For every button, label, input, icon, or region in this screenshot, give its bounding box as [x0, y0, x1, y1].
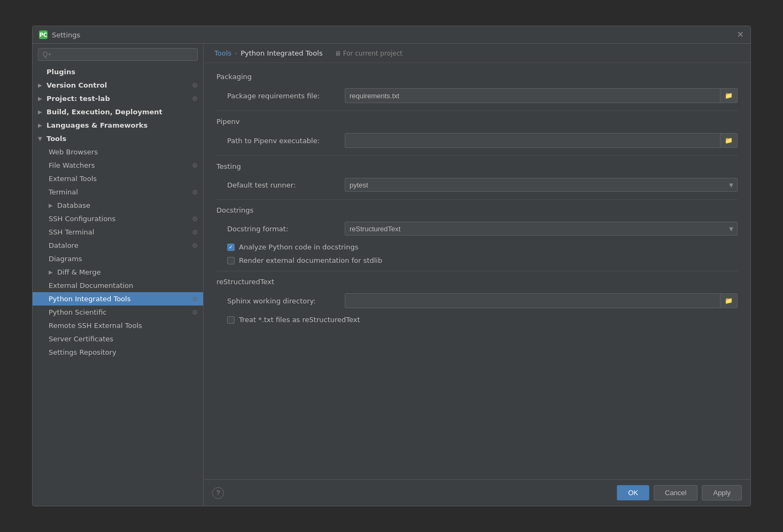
sidebar-label-remote-ssh-external-tools: Remote SSH External Tools	[49, 322, 142, 330]
sidebar-item-version-control[interactable]: ▶ Version Control ⚙	[33, 79, 203, 92]
expand-icon-version-control: ▶	[38, 82, 44, 88]
sidebar-item-datalore[interactable]: Datalore ⚙	[33, 239, 203, 252]
config-icon-python-integrated-tools: ⚙	[192, 295, 198, 303]
sidebar-item-tools[interactable]: ▼ Tools	[33, 132, 203, 145]
app-icon: PC	[39, 30, 48, 39]
expand-icon-build: ▶	[38, 109, 44, 115]
apply-button[interactable]: Apply	[702, 485, 742, 500]
breadcrumb-tools[interactable]: Tools	[214, 49, 231, 57]
expand-icon-tools: ▼	[38, 136, 44, 142]
docstring-format-label: Docstring format:	[227, 225, 345, 233]
sidebar-item-ssh-configurations[interactable]: SSH Configurations ⚙	[33, 212, 203, 225]
docstring-format-select[interactable]: reStructuredText NumPy Google Epydoc Pla…	[345, 222, 738, 236]
sidebar-item-external-documentation[interactable]: External Documentation	[33, 279, 203, 292]
close-button[interactable]: ✕	[737, 30, 744, 39]
sidebar-item-database[interactable]: ▶ Database	[33, 199, 203, 212]
settings-window: PC Settings ✕ Plugins ▶ Version Control …	[32, 26, 751, 506]
footer-left: ?	[212, 487, 224, 499]
for-project-label[interactable]: 🖥 For current project	[335, 50, 402, 57]
docstrings-title: Docstrings	[216, 206, 738, 214]
test-runner-select[interactable]: pytest unittest nose twisted.trial	[345, 178, 738, 192]
test-runner-label: Default test runner:	[227, 181, 345, 189]
pipenv-title: Pipenv	[216, 118, 738, 126]
titlebar: PC Settings ✕	[33, 26, 750, 44]
sidebar-label-diagrams: Diagrams	[49, 255, 82, 263]
sphinx-working-dir-browse-btn[interactable]: 📁	[720, 294, 737, 308]
sidebar-item-remote-ssh-external-tools[interactable]: Remote SSH External Tools	[33, 319, 203, 332]
package-requirements-label: Package requirements file:	[227, 92, 345, 100]
config-icon-project: ⚙	[192, 95, 198, 103]
expand-icon-diff-merge: ▶	[49, 269, 55, 275]
test-runner-select-wrap: pytest unittest nose twisted.trial ▼	[345, 178, 738, 192]
pipenv-executable-input[interactable]	[345, 135, 720, 147]
cancel-button[interactable]: Cancel	[654, 485, 697, 500]
settings-content: Packaging Package requirements file: 📁 P…	[204, 63, 750, 479]
config-icon-ssh-terminal: ⚙	[192, 229, 198, 236]
package-requirements-input[interactable]	[345, 90, 720, 102]
package-requirements-row: Package requirements file: 📁	[227, 88, 738, 103]
help-button[interactable]: ?	[212, 487, 224, 499]
sidebar-item-file-watchers[interactable]: File Watchers ⚙	[33, 159, 203, 172]
docstring-format-row: Docstring format: reStructuredText NumPy…	[227, 222, 738, 236]
sidebar-item-external-tools[interactable]: External Tools	[33, 172, 203, 185]
treat-txt-files-label[interactable]: Treat *.txt files as reStructuredText	[239, 316, 360, 324]
config-icon-terminal: ⚙	[192, 189, 198, 196]
sphinx-working-dir-label: Sphinx working directory:	[227, 297, 345, 305]
sidebar-item-terminal[interactable]: Terminal ⚙	[33, 185, 203, 199]
sidebar-item-diagrams[interactable]: Diagrams	[33, 252, 203, 265]
footer-right: OK Cancel Apply	[617, 485, 742, 500]
sidebar-item-plugins[interactable]: Plugins	[33, 65, 203, 79]
sidebar-label-external-documentation: External Documentation	[49, 281, 133, 290]
sidebar-item-languages[interactable]: ▶ Languages & Frameworks	[33, 119, 203, 132]
sidebar-item-web-browsers[interactable]: Web Browsers	[33, 145, 203, 159]
ok-button[interactable]: OK	[617, 485, 649, 500]
breadcrumb: Tools › Python Integrated Tools 🖥 For cu…	[204, 44, 750, 63]
expand-icon-project: ▶	[38, 96, 44, 101]
analyze-python-code-row: Analyze Python code in docstrings	[227, 243, 738, 251]
sidebar-item-build[interactable]: ▶ Build, Execution, Deployment	[33, 105, 203, 119]
pipenv-executable-label: Path to Pipenv executable:	[227, 137, 345, 145]
sidebar-label-version-control: Version Control	[46, 81, 107, 89]
config-icon-file-watchers: ⚙	[192, 162, 198, 169]
sidebar-label-terminal: Terminal	[49, 188, 78, 196]
pipenv-executable-browse-btn[interactable]: 📁	[720, 134, 737, 147]
sidebar-item-python-scientific[interactable]: Python Scientific ⚙	[33, 306, 203, 319]
sidebar-item-project[interactable]: ▶ Project: test-lab ⚙	[33, 92, 203, 105]
sidebar-label-project: Project: test-lab	[46, 95, 110, 103]
search-input[interactable]	[38, 48, 198, 61]
expand-icon-database: ▶	[49, 202, 55, 208]
sidebar-item-server-certificates[interactable]: Server Certificates	[33, 332, 203, 346]
sidebar-item-python-integrated-tools[interactable]: Python Integrated Tools ⚙	[33, 292, 203, 306]
render-external-docs-checkbox[interactable]	[227, 257, 235, 264]
sidebar-item-ssh-terminal[interactable]: SSH Terminal ⚙	[33, 225, 203, 239]
treat-txt-files-checkbox[interactable]	[227, 316, 235, 324]
package-requirements-browse-btn[interactable]: 📁	[720, 89, 737, 103]
sidebar-label-server-certificates: Server Certificates	[49, 335, 113, 343]
package-requirements-input-wrap: 📁	[345, 88, 738, 103]
test-runner-row: Default test runner: pytest unittest nos…	[227, 178, 738, 192]
analyze-python-code-checkbox[interactable]	[227, 244, 235, 251]
sidebar: Plugins ▶ Version Control ⚙ ▶ Project: t…	[33, 44, 204, 506]
docstring-format-select-wrap: reStructuredText NumPy Google Epydoc Pla…	[345, 222, 738, 236]
sidebar-item-settings-repository[interactable]: Settings Repository	[33, 346, 203, 359]
testing-separator	[216, 199, 738, 200]
pipenv-separator	[216, 155, 738, 156]
footer: ? OK Cancel Apply	[204, 479, 750, 506]
render-external-docs-label[interactable]: Render external documentation for stdlib	[239, 256, 382, 264]
sphinx-working-dir-input[interactable]	[345, 295, 720, 307]
sphinx-working-dir-row: Sphinx working directory: 📁	[227, 293, 738, 308]
breadcrumb-separator: ›	[235, 49, 237, 57]
config-icon-python-scientific: ⚙	[192, 309, 198, 316]
config-icon-ssh-configurations: ⚙	[192, 215, 198, 223]
testing-title: Testing	[216, 162, 738, 170]
sidebar-label-diff-merge: Diff & Merge	[57, 268, 101, 276]
analyze-python-code-label[interactable]: Analyze Python code in docstrings	[239, 243, 358, 251]
sidebar-label-plugins: Plugins	[46, 68, 75, 76]
sidebar-label-database: Database	[57, 201, 90, 209]
sidebar-item-diff-merge[interactable]: ▶ Diff & Merge	[33, 265, 203, 279]
sidebar-label-datalore: Datalore	[49, 241, 79, 249]
window-title: Settings	[52, 31, 80, 39]
sidebar-label-build: Build, Execution, Deployment	[46, 108, 162, 116]
sidebar-list: Plugins ▶ Version Control ⚙ ▶ Project: t…	[33, 65, 203, 506]
sidebar-label-ssh-configurations: SSH Configurations	[49, 215, 115, 223]
